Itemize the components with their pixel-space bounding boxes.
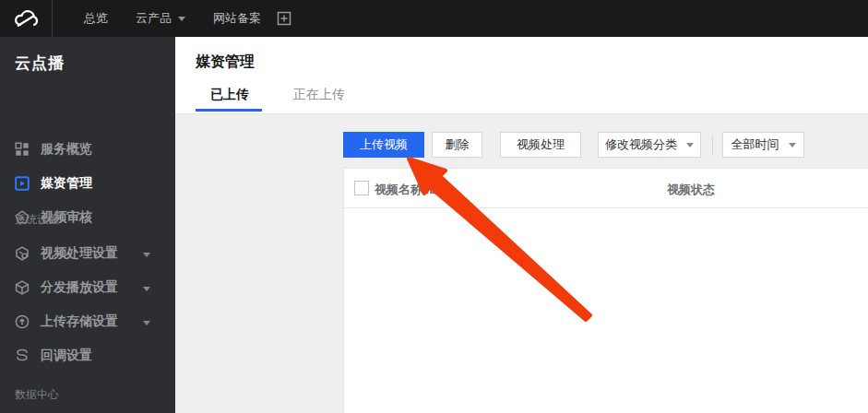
chevron-down-icon <box>789 143 796 148</box>
nav-label: 总览 <box>84 10 108 27</box>
column-header-video-status: 视频状态 <box>667 182 715 198</box>
vod-console-page: 总览 云产品 网站备案 云点播 <box>0 0 868 413</box>
main-header: 媒资管理 已上传 正在上传 <box>175 37 868 114</box>
toolbar-divider <box>712 135 713 155</box>
sidebar: 云点播 服务概览 媒资管理 视频审核 系统设置 <box>0 37 175 413</box>
active-tab-indicator <box>196 109 262 112</box>
sidebar-item-callback-settings[interactable]: 回调设置 <box>0 338 175 372</box>
page-title: 媒资管理 <box>196 53 255 72</box>
upload-storage-icon <box>15 314 30 329</box>
sidebar-section-data-center: 数据中心 <box>15 387 59 403</box>
sidebar-item-label: 上传存储设置 <box>41 313 118 330</box>
sidebar-item-media-management[interactable]: 媒资管理 <box>0 166 175 200</box>
table-header-row: 视频名称/ID 视频状态 <box>344 169 868 208</box>
media-play-icon <box>15 176 30 191</box>
sidebar-item-label: 回调设置 <box>41 348 92 364</box>
chevron-down-icon <box>143 253 150 257</box>
time-filter-dropdown[interactable]: 全部时间 <box>722 132 804 158</box>
chevron-down-icon <box>143 287 150 291</box>
sidebar-section-system-settings: 系统设置 <box>15 212 59 228</box>
nav-item-overview[interactable]: 总览 <box>70 0 122 37</box>
tab-uploading[interactable]: 正在上传 <box>293 87 345 103</box>
sidebar-item-video-process-settings[interactable]: 视频处理设置 <box>0 236 175 270</box>
upload-video-button[interactable]: 上传视频 <box>343 132 424 158</box>
callback-icon <box>15 348 30 363</box>
button-label: 全部时间 <box>731 136 779 153</box>
modify-category-dropdown[interactable]: 修改视频分类 <box>598 132 701 158</box>
add-service-button[interactable] <box>277 11 291 26</box>
button-label: 修改视频分类 <box>605 136 677 153</box>
sidebar-item-label: 视频处理设置 <box>41 245 118 262</box>
select-all-checkbox[interactable] <box>354 181 369 195</box>
nav-item-website-icp[interactable]: 网站备案 <box>199 0 275 37</box>
chevron-down-icon <box>178 17 185 21</box>
cloud-logo-icon <box>12 8 40 29</box>
button-label: 上传视频 <box>360 136 408 153</box>
nav-item-cloud-products[interactable]: 云产品 <box>122 0 199 37</box>
dashboard-grid-icon <box>15 142 30 157</box>
video-process-button[interactable]: 视频处理 <box>500 132 581 158</box>
chevron-down-icon <box>143 321 150 325</box>
tencent-cloud-logo[interactable] <box>0 0 53 37</box>
sidebar-item-label: 分发播放设置 <box>41 279 118 296</box>
nav-label: 云产品 <box>136 10 172 27</box>
sidebar-item-distribution-settings[interactable]: 分发播放设置 <box>0 270 175 304</box>
column-header-video-name: 视频名称/ID <box>375 182 438 198</box>
sidebar-item-upload-storage-settings[interactable]: 上传存储设置 <box>0 304 175 338</box>
video-table: 视频名称/ID 视频状态 <box>343 168 868 413</box>
nav-label: 网站备案 <box>213 10 261 27</box>
sidebar-item-service-overview[interactable]: 服务概览 <box>0 132 175 166</box>
button-label: 删除 <box>446 136 470 153</box>
tab-uploaded[interactable]: 已上传 <box>210 87 249 103</box>
sidebar-product-title: 云点播 <box>15 53 65 74</box>
plus-square-icon <box>277 11 291 26</box>
button-label: 视频处理 <box>517 136 565 153</box>
delete-button[interactable]: 删除 <box>432 132 482 158</box>
chevron-down-icon <box>686 143 694 148</box>
topbar: 总览 云产品 网站备案 <box>0 0 868 37</box>
content-area: 上传视频 删除 视频处理 修改视频分类 全部时间 视频名称/ID 视频状态 <box>175 114 868 413</box>
video-process-icon <box>15 246 30 261</box>
sidebar-item-label: 服务概览 <box>41 141 92 158</box>
topbar-nav: 总览 云产品 网站备案 <box>53 0 291 37</box>
sidebar-item-label: 媒资管理 <box>41 175 92 192</box>
distribution-cube-icon <box>15 280 30 295</box>
